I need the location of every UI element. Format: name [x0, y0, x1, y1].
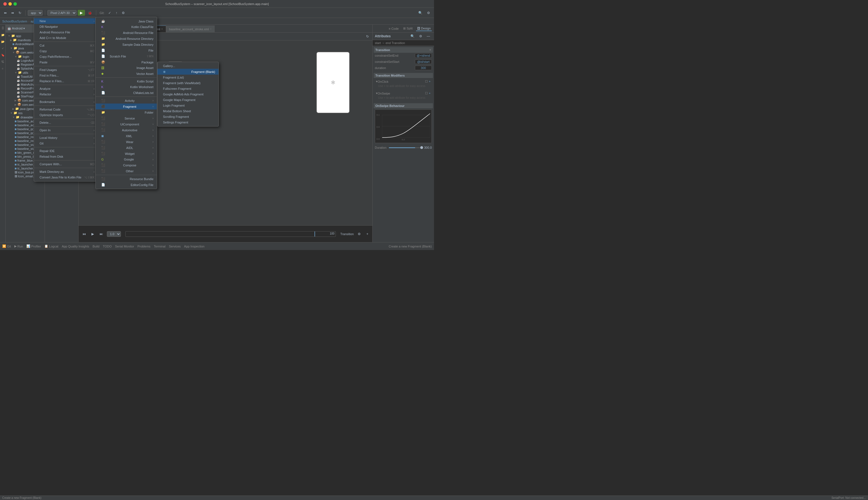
- ctx-optimize-imports[interactable]: Optimize Imports ^⌥O: [34, 112, 98, 118]
- ctx-aidl[interactable]: ⬛ AIDL ›: [96, 145, 157, 151]
- app-selector[interactable]: app: [28, 10, 43, 16]
- bottom-problems[interactable]: Problems: [137, 245, 150, 248]
- ctx-refactor[interactable]: Refactor ›: [34, 91, 98, 97]
- ctx-editorconfig[interactable]: 📄 EditorConfig File: [96, 182, 157, 188]
- ctx-paste[interactable]: Paste ⌘V: [34, 59, 98, 65]
- ctx-wear[interactable]: ⬛ Wear ›: [96, 139, 157, 145]
- build-variants-icon[interactable]: 🏗: [1, 59, 5, 64]
- bottom-logcat[interactable]: 📋 Logcat: [44, 245, 58, 248]
- ctx-reload-disk[interactable]: Reload from Disk: [34, 154, 98, 159]
- bottom-app-inspection[interactable]: App Inspection: [184, 245, 205, 248]
- transition-modifiers-header[interactable]: Transition Modifiers: [374, 73, 433, 78]
- ctx-login-fragment[interactable]: Login Fragment: [157, 103, 218, 108]
- minimize-button[interactable]: [9, 2, 12, 5]
- ctx-mark-directory[interactable]: Mark Directory as ›: [34, 169, 98, 174]
- ctx-open-in[interactable]: Open In ›: [34, 127, 98, 133]
- ctx-automotive[interactable]: ⬛ Automotive ›: [96, 127, 157, 133]
- ctx-scratch-file[interactable]: 📄 Scratch File ⇧⌘N: [96, 53, 157, 59]
- ctx-android-resource-file[interactable]: Android Resource File: [34, 30, 98, 35]
- ctx-compare-with[interactable]: Compare With... ⌘D: [34, 161, 98, 167]
- on-click-checkbox[interactable]: ☐: [425, 80, 428, 83]
- breadcrumb-schoolbus[interactable]: SchoolBusSystem: [2, 20, 27, 23]
- ctx-folder[interactable]: 📁 Folder: [96, 110, 157, 115]
- ctx-fragment-blank[interactable]: ◉ Fragment (Blank): [157, 69, 218, 75]
- on-swipe-add-btn[interactable]: +: [429, 91, 431, 95]
- ctx-find-usages[interactable]: Find Usages ⌥F7: [34, 67, 98, 73]
- ctx-copy[interactable]: Copy ⌘C: [34, 48, 98, 54]
- maximize-button[interactable]: [13, 2, 17, 5]
- duration-value[interactable]: 300: [415, 66, 432, 70]
- ctx-delete[interactable]: Delete... ⌫: [34, 120, 98, 125]
- ctx-java-class[interactable]: ☕ Java Class: [96, 18, 157, 24]
- run-button[interactable]: ▶: [78, 10, 85, 16]
- commit-icon[interactable]: ✔: [1, 46, 5, 50]
- bottom-terminal[interactable]: Terminal: [154, 245, 165, 248]
- bookmarks-icon[interactable]: 🔖: [1, 53, 5, 57]
- ctx-new-item[interactable]: New ›: [34, 18, 98, 24]
- ctx-modal-bottom-sheet[interactable]: Modal Bottom Sheet: [157, 108, 218, 114]
- ctx-scrolling-fragment[interactable]: Scrolling Fragment: [157, 114, 218, 120]
- ctx-settings-fragment[interactable]: Settings Fragment: [157, 120, 218, 125]
- ctx-replace-files[interactable]: Replace in Files... ⌘⇧R: [34, 78, 98, 84]
- ctx-compose[interactable]: ⬛ Compose ›: [96, 162, 157, 168]
- on-swipe-behaviour-header[interactable]: OnSwipe Behaviour: [374, 103, 433, 108]
- tab-baseline-account-stroke[interactable]: baseline_account_stroke.xml ×: [166, 25, 215, 32]
- settings-btn[interactable]: ⚙: [425, 10, 432, 15]
- refresh-design-btn[interactable]: ↻: [364, 34, 370, 39]
- speed-selector[interactable]: 1.0x: [107, 231, 121, 237]
- on-click-header[interactable]: ▾ OnClick ☐ +: [375, 79, 432, 84]
- ctx-android-resource-dir[interactable]: 📁 Android Resource Directory: [96, 36, 157, 42]
- transition-add-btn[interactable]: +: [429, 48, 431, 52]
- back-btn[interactable]: ⬅: [2, 10, 9, 15]
- attr-collapse-btn[interactable]: —: [425, 34, 432, 39]
- ctx-google[interactable]: G Google ›: [96, 157, 157, 162]
- ctx-android-resource-file2[interactable]: ⬛ Android Resource File: [96, 30, 157, 36]
- tab-close-icon[interactable]: ×: [161, 27, 163, 31]
- ctx-kotlin-class[interactable]: K Kotlin Class/File: [96, 24, 157, 30]
- bottom-build[interactable]: Build: [93, 245, 99, 248]
- ctx-analyze[interactable]: Analyze ›: [34, 86, 98, 91]
- ctx-reformat[interactable]: Reformat Code ⌥⌘L: [34, 106, 98, 112]
- code-tab[interactable]: ≡ Code: [387, 26, 400, 31]
- ctx-add-cpp[interactable]: Add C++ to Module: [34, 35, 98, 41]
- add-keyframe-btn[interactable]: +: [365, 231, 370, 237]
- ctx-activity[interactable]: ⬛ Activity ›: [96, 98, 157, 103]
- ctx-resource-bundle[interactable]: ⬛ Resource Bundle: [96, 176, 157, 182]
- slider-bar[interactable]: [389, 147, 422, 148]
- ctx-other[interactable]: ⬛ Other ›: [96, 168, 157, 174]
- ctx-fullscreen-fragment[interactable]: Fullscreen Fragment: [157, 86, 218, 91]
- bottom-profiler[interactable]: 📊 Profiler: [26, 245, 41, 248]
- search-btn[interactable]: 🔍: [416, 10, 424, 15]
- ctx-db-navigator[interactable]: DB Navigator: [34, 24, 98, 30]
- project-icon[interactable]: 📂: [1, 39, 5, 44]
- ctx-file[interactable]: 📄 File: [96, 47, 157, 53]
- git-settings-btn[interactable]: ⚙: [120, 10, 126, 15]
- ctx-local-history[interactable]: Local History ›: [34, 135, 98, 140]
- git-update-btn[interactable]: ↑: [114, 10, 119, 15]
- split-tab[interactable]: ⊞ Split: [402, 26, 413, 31]
- ctx-xml[interactable]: ◼ XML ›: [96, 133, 157, 139]
- on-click-add-btn[interactable]: +: [429, 80, 431, 83]
- on-swipe-checkbox[interactable]: ☐: [425, 91, 428, 95]
- ctx-copy-path[interactable]: Copy Path/Reference...: [34, 54, 98, 59]
- ctx-google-admob-fragment[interactable]: Google AdMob Ads Fragment: [157, 91, 218, 97]
- device-selector[interactable]: Pixel 2 API 30: [47, 10, 77, 16]
- forward-btn[interactable]: ➡: [10, 10, 16, 15]
- close-button[interactable]: [3, 2, 7, 5]
- ctx-google-maps-fragment[interactable]: Google Maps Fragment: [157, 97, 218, 103]
- on-swipe-header[interactable]: ▾ OnSwipe ☐ +: [375, 91, 432, 96]
- ctx-cut[interactable]: Cut ⌘X: [34, 43, 98, 48]
- ctx-fragment-viewmodel[interactable]: Fragment (with ViewModel): [157, 80, 218, 86]
- traffic-lights[interactable]: [3, 2, 17, 5]
- bottom-serial[interactable]: Serial Monitor: [115, 245, 134, 248]
- git-check-btn[interactable]: ✓: [106, 10, 113, 15]
- ctx-sample-data-dir[interactable]: 📁 Sample Data Directory: [96, 42, 157, 47]
- bottom-git[interactable]: 🔀 Git: [2, 245, 11, 248]
- bottom-run[interactable]: ▶ Run: [14, 245, 23, 248]
- ctx-find-files[interactable]: Find in Files... ⌘⇧F: [34, 73, 98, 78]
- ctx-bookmarks[interactable]: Bookmarks ›: [34, 99, 98, 105]
- structure-icon[interactable]: ≡: [1, 66, 5, 71]
- tab-close-icon[interactable]: ×: [210, 27, 212, 31]
- ctx-fragment[interactable]: ⬛ Fragment ›: [96, 103, 157, 110]
- ctx-cmake[interactable]: 📄 CMakeLists.txt: [96, 90, 157, 96]
